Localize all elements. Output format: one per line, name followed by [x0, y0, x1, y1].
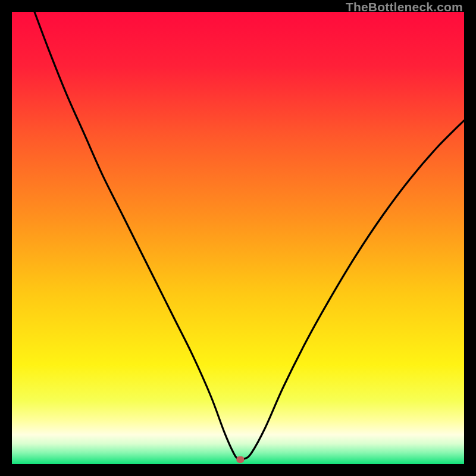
- bottleneck-plot: [12, 12, 464, 464]
- gradient-background: [12, 12, 464, 464]
- watermark-text: TheBottleneck.com: [346, 0, 463, 14]
- chart-frame: [12, 12, 464, 464]
- optimum-marker: [236, 456, 244, 463]
